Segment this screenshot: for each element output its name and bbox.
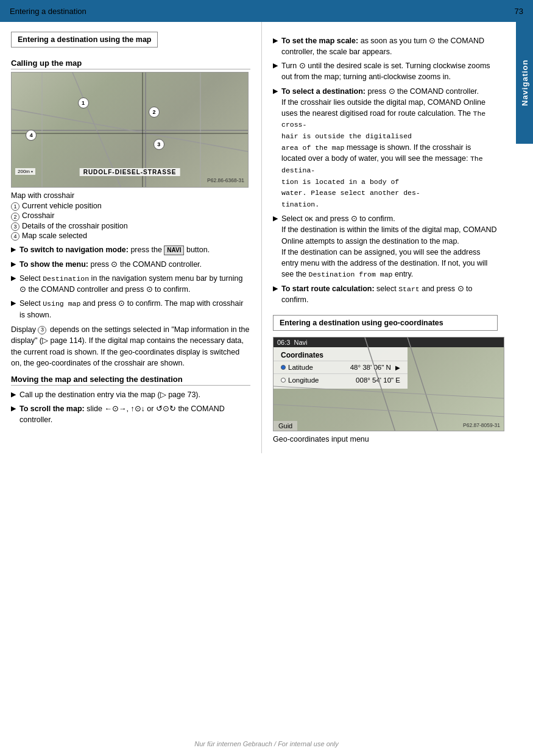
map-caption-label: Map with crosshair	[11, 191, 250, 200]
moving-map-heading: Moving the map and selecting the destina…	[11, 375, 250, 386]
right-bullets: ▶ To set the map scale: as soon as you t…	[273, 35, 498, 305]
geo-map-background: 06:3 Navi Coordinates Latitude 48° 38' 0…	[274, 337, 504, 431]
display-paragraph: Display 3 depends on the settings select…	[11, 324, 250, 369]
header-title: Entering a destination	[10, 7, 86, 16]
bullet-select-dest: ▶ To select a destination: press ⊙ the C…	[273, 86, 498, 210]
caption-item-2: 2 Crosshair	[11, 211, 250, 221]
geo-map-ref: P62.87-8059-31	[463, 422, 500, 428]
map-background: 1 2 3 4 200m ▪ RUDOLF-DIESEL-STRASSE P62…	[12, 72, 248, 187]
nav-sidebar-tab: Navigation	[516, 22, 533, 144]
bullet-turn-scale: ▶ Turn ⊙ until the desired scale is set.…	[273, 60, 498, 82]
map-ref: P62.86-6368-31	[207, 177, 244, 183]
footer-watermark: Nur für internen Gebrauch / For internal…	[0, 734, 533, 751]
bullet-start-route: ▶ To start route calculation: select Sta…	[273, 283, 498, 306]
svg-line-11	[274, 404, 504, 417]
caption-item-1: 1 Current vehicle position	[11, 202, 250, 211]
moving-bullets: ▶ Call up the destination entry via the …	[11, 389, 250, 425]
left-bullets: ▶ To switch to navigation mode: press th…	[11, 244, 250, 320]
bullet-using-map: ▶ Select Using map and press ⊙ to confir…	[11, 298, 250, 320]
svg-line-9	[408, 337, 438, 431]
navi-button-ref: NAVI	[164, 246, 184, 255]
caption-list: 1 Current vehicle position 2 Crosshair 3…	[11, 202, 250, 241]
caption-item-4: 4 Map scale selected	[11, 231, 250, 241]
bullet-call-dest: ▶ Call up the destination entry via the …	[11, 389, 250, 400]
bullet-show-menu: ▶ To show the menu: press ⊙ the COMAND c…	[11, 259, 250, 270]
calling-up-heading: Calling up the map	[11, 58, 250, 69]
geo-caption: Geo-coordinates input menu	[273, 435, 498, 443]
svg-line-8	[365, 337, 395, 431]
caption-item-3: 3 Details of the crosshair position	[11, 222, 250, 231]
right-column: ▶ To set the map scale: as soon as you t…	[262, 22, 516, 453]
bullet-nav-mode: ▶ To switch to navigation mode: press th…	[11, 244, 250, 255]
map-image: 1 2 3 4 200m ▪ RUDOLF-DIESEL-STRASSE P62…	[11, 72, 249, 188]
map-marker-3: 3	[154, 139, 164, 150]
bullet-scroll-map: ▶ To scroll the map: slide ←⊙→, ↑⊙↓ or ↺…	[11, 403, 250, 425]
svg-line-10	[274, 386, 504, 398]
geo-map-roads	[274, 337, 504, 431]
header-bar: Entering a destination 73	[0, 0, 533, 22]
geo-guide-bar: Guid	[274, 421, 297, 431]
left-column: Entering a destination using the map Cal…	[0, 22, 262, 453]
main-content: Entering a destination using the map Cal…	[0, 22, 533, 453]
map-marker-1: 1	[78, 97, 89, 108]
map-road-label: RUDOLF-DIESEL-STRASSE	[80, 168, 180, 176]
map-scale-bar: 200m ▪	[15, 168, 35, 175]
bullet-select-destination: ▶ Select Destination in the navigation s…	[11, 273, 250, 295]
header-page: 73	[515, 7, 523, 16]
section-header-map: Entering a destination using the map	[11, 32, 158, 48]
bullet-select-ok: ▶ Select OK and press ⊙ to confirm.If th…	[273, 213, 498, 280]
geo-section-header: Entering a destination using geo-coordin…	[273, 315, 498, 331]
bullet-set-scale: ▶ To set the map scale: as soon as you t…	[273, 35, 498, 57]
geo-map-image: 06:3 Navi Coordinates Latitude 48° 38' 0…	[273, 337, 504, 431]
